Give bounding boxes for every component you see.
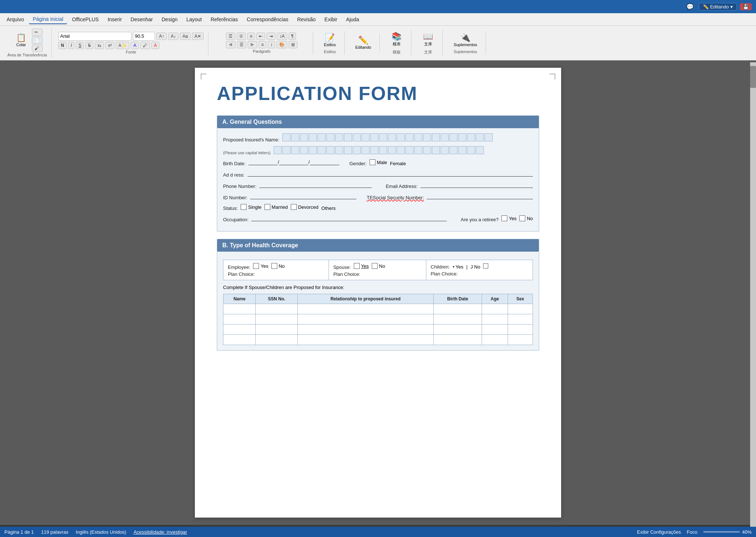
relationship-cell[interactable] — [297, 325, 433, 335]
focus-button[interactable]: Foco — [687, 529, 697, 535]
ssn-cell[interactable] — [256, 325, 298, 335]
menu-arquivo[interactable]: Arquivo — [3, 15, 27, 24]
sex-cell[interactable] — [508, 325, 533, 335]
name2-cell-16[interactable] — [405, 146, 414, 154]
name-cell-13[interactable] — [388, 133, 396, 141]
name-cell[interactable] — [223, 335, 256, 345]
font-color2-button[interactable]: A — [151, 42, 159, 49]
name2-cell-10[interactable] — [353, 146, 361, 154]
text-effects-button[interactable]: A✨ — [116, 42, 129, 49]
relationship-cell[interactable] — [297, 314, 433, 325]
name-cell-24[interactable] — [485, 133, 493, 141]
name-cell-1[interactable] — [282, 133, 290, 141]
ssn-cell[interactable] — [256, 304, 298, 314]
relationship-cell[interactable] — [297, 304, 433, 314]
birthdate-cell[interactable] — [433, 325, 482, 335]
name-cell-23[interactable] — [476, 133, 484, 141]
align-left-button[interactable]: ⫷ — [226, 41, 236, 48]
suplementos-button[interactable]: 🔌 Suplementos — [449, 32, 481, 49]
name-cell-19[interactable] — [441, 133, 449, 141]
bullets-button[interactable]: ☰ — [226, 33, 235, 40]
birthdate-cell[interactable] — [433, 335, 482, 345]
name2-cell-14[interactable] — [388, 146, 396, 154]
name-cell-14[interactable] — [397, 133, 405, 141]
ssn-cell[interactable] — [256, 335, 298, 345]
address-input[interactable] — [248, 170, 533, 177]
email-input[interactable] — [420, 181, 533, 188]
clear-format-button[interactable]: A✕ — [192, 33, 204, 40]
id-input[interactable] — [250, 193, 356, 199]
name-cell-3[interactable] — [300, 133, 308, 141]
employee-no-checkbox[interactable] — [271, 263, 277, 269]
shading-button[interactable]: 🎨 — [277, 41, 287, 48]
multilevel-button[interactable]: ≡ — [247, 33, 255, 40]
status-devorced-checkbox[interactable] — [291, 204, 297, 210]
name-cell-15[interactable] — [405, 133, 414, 141]
name2-cell-7[interactable] — [326, 146, 334, 154]
format-painter-button[interactable]: 🖌 — [32, 45, 42, 52]
menu-pagina-inicial[interactable]: Página Inicial — [29, 15, 67, 24]
align-right-button[interactable]: ⫸ — [248, 41, 257, 48]
name-cell-8[interactable] — [344, 133, 352, 141]
name-cell-11[interactable] — [370, 133, 378, 141]
menu-design[interactable]: Design — [158, 15, 181, 24]
align-center-button[interactable]: ☰ — [237, 41, 246, 48]
spouse-yes-checkbox[interactable] — [354, 263, 360, 269]
scrollbar-thumb[interactable] — [750, 66, 756, 88]
name-cell-5[interactable] — [318, 133, 326, 141]
menu-inserir[interactable]: Inserir — [104, 15, 126, 24]
menu-layout[interactable]: Layout — [183, 15, 205, 24]
name2-cell-4[interactable] — [300, 146, 308, 154]
grow-font-button[interactable]: A↑ — [156, 33, 167, 40]
sex-cell[interactable] — [508, 335, 533, 345]
retiree-no-checkbox[interactable] — [519, 215, 525, 221]
italic-button[interactable]: I — [68, 42, 74, 49]
name-cell[interactable] — [223, 314, 256, 325]
name-cell-20[interactable] — [449, 133, 457, 141]
name2-cell-21[interactable] — [449, 146, 457, 154]
name-cell-9[interactable] — [353, 133, 361, 141]
font-size-input[interactable] — [133, 32, 155, 41]
borders-button[interactable]: ⊞ — [289, 41, 297, 48]
copy-button[interactable]: 📄 — [32, 37, 42, 44]
menu-desenhar[interactable]: Desenhar — [127, 15, 157, 24]
name2-cell-12[interactable] — [370, 146, 378, 154]
menu-officeplus[interactable]: OfficePLUS — [68, 15, 103, 24]
superscript-button[interactable]: x² — [105, 42, 114, 49]
font-case-button[interactable]: Aa — [180, 33, 190, 40]
phone-input[interactable] — [259, 181, 372, 188]
name-cell[interactable] — [223, 325, 256, 335]
sex-cell[interactable] — [508, 304, 533, 314]
children-no-checkbox[interactable] — [483, 263, 488, 268]
shrink-font-button[interactable]: A↓ — [168, 33, 178, 40]
paste-button[interactable]: 📋 Colar — [12, 32, 30, 49]
name-cell-10[interactable] — [362, 133, 370, 141]
menu-revisao[interactable]: Revisão — [293, 15, 319, 24]
underline-button[interactable]: S — [76, 42, 84, 49]
social-security-input[interactable] — [427, 193, 533, 199]
age-cell[interactable] — [482, 304, 508, 314]
styles-button[interactable]: 📝 Estilos — [320, 32, 340, 49]
menu-correspondencias[interactable]: Correspondências — [243, 15, 292, 24]
menu-exibir[interactable]: Exibir — [321, 15, 341, 24]
name-cell[interactable] — [223, 304, 256, 314]
age-cell[interactable] — [482, 325, 508, 335]
decrease-indent-button[interactable]: ⇤ — [256, 33, 265, 40]
name-cell-6[interactable] — [326, 133, 334, 141]
increase-indent-button[interactable]: ⇥ — [267, 33, 275, 40]
font-family-input[interactable] — [58, 32, 131, 41]
zoom-slider[interactable] — [703, 531, 740, 533]
ssn-cell[interactable] — [256, 314, 298, 325]
name2-cell-18[interactable] — [423, 146, 431, 154]
subscript-button[interactable]: x₂ — [95, 42, 104, 49]
name-cell-2[interactable] — [291, 133, 299, 141]
gender-male-checkbox[interactable] — [370, 159, 375, 165]
birth-date-day[interactable] — [279, 159, 308, 165]
name2-cell-5[interactable] — [309, 146, 317, 154]
strikethrough-button[interactable]: S̶ — [85, 42, 93, 49]
wen-button[interactable]: 📖 文库 — [419, 31, 437, 49]
accessibility-badge[interactable]: Acessibilidade: investigar — [134, 529, 187, 535]
name2-cell-3[interactable] — [291, 146, 299, 154]
name2-cell-6[interactable] — [318, 146, 326, 154]
name2-cell-11[interactable] — [362, 146, 370, 154]
